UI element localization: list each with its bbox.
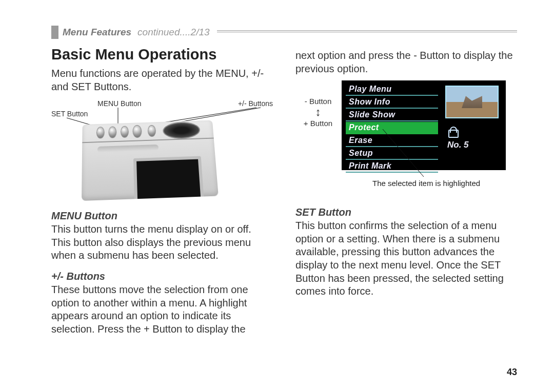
page-number: 43 [507, 367, 517, 378]
header-tab [51, 26, 58, 39]
lcd-screen: Play Menu Show Info Slide Show Protect E… [342, 80, 506, 170]
plus-button-label: + Button [301, 118, 335, 129]
lcd-figure: - Button ↕ + Button Play Menu Show Info … [295, 80, 517, 198]
lcd-right-pane: No. 5 [445, 84, 502, 150]
section-continued: continued....2/13 [137, 27, 210, 38]
section-title: Menu Features [63, 27, 131, 38]
camera-screen-icon [133, 156, 204, 199]
lcd-item-info: Show Info [346, 96, 438, 109]
plus-minus-text: These buttons move the selection from on… [51, 283, 273, 336]
lcd-side-labels: - Button ↕ + Button [301, 96, 335, 129]
camera-button-icon [132, 125, 142, 138]
lcd-thumbnail [445, 86, 499, 118]
lcd-menu-list: Play Menu Show Info Slide Show Protect E… [346, 84, 438, 173]
minus-button-label: - Button [301, 96, 335, 107]
lock-icon [448, 127, 457, 136]
left-column: Basic Menu Operations Menu functions are… [51, 44, 273, 341]
section-header: Menu Features continued....2/13 [51, 26, 517, 39]
lcd-caption: The selected item is highlighted [372, 179, 480, 188]
camera-lens-icon [163, 121, 201, 139]
menu-button-heading: MENU Button [51, 210, 273, 222]
header-rule [217, 30, 517, 34]
plus-minus-heading: +/- Buttons [51, 271, 273, 282]
lcd-item-protect: Protect [346, 122, 438, 134]
lcd-item-play: Play Menu [346, 84, 438, 96]
lcd-item-erase: Erase [346, 135, 438, 147]
lcd-item-setup: Setup [346, 148, 438, 160]
camera-button-icon [108, 127, 116, 138]
camera-figure: MENU Button +/- Buttons SET Button [51, 99, 273, 202]
camera-label-menu: MENU Button [97, 99, 142, 108]
camera-label-plus: +/- Buttons [238, 99, 273, 108]
plus-minus-continued: next option and press the - Button to di… [295, 49, 517, 75]
lcd-item-slide: Slide Show [346, 109, 438, 121]
camera-illustration [82, 120, 219, 201]
camera-button-icon [96, 127, 105, 138]
camera-button-icon [148, 125, 156, 137]
camera-label-set: SET Button [51, 110, 88, 118]
right-column: next option and press the - Button to di… [295, 44, 517, 341]
lcd-image-number: No. 5 [447, 140, 469, 150]
menu-button-text: This button turns the menu display on or… [51, 223, 273, 262]
camera-button-icon [121, 126, 129, 138]
set-button-heading: SET Button [295, 207, 517, 218]
page-title: Basic Menu Operations [51, 46, 273, 63]
set-button-text: This button confirms the selection of a … [295, 219, 517, 298]
up-down-arrow-icon: ↕ [301, 107, 335, 118]
intro-text: Menu functions are operated by the MENU,… [51, 67, 273, 93]
lcd-item-print: Print Mark [346, 160, 438, 173]
camera-bar-icon [97, 145, 159, 153]
